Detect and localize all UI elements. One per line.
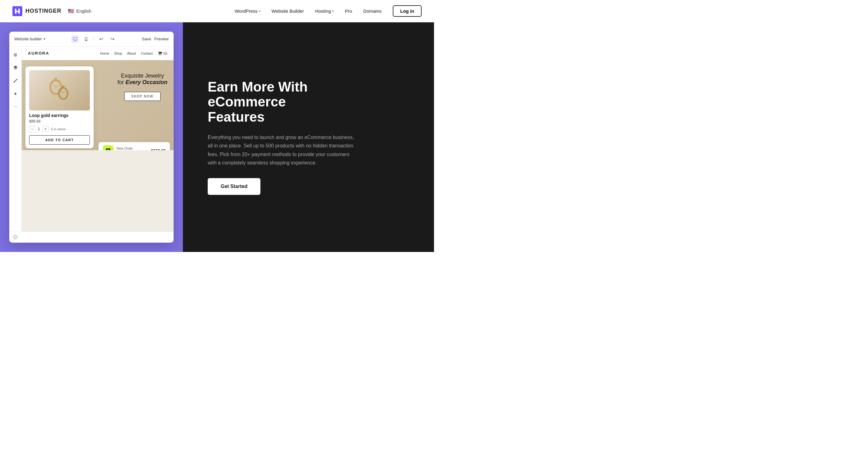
quantity-row: − 1 + 5 in stock [29, 126, 90, 132]
get-started-button[interactable]: Get Started [208, 178, 260, 195]
desktop-view-icon[interactable] [71, 35, 79, 43]
mobile-view-icon[interactable] [83, 35, 90, 43]
stock-label: 5 in stock [51, 127, 65, 131]
site-nav-links: Home Shop About Contact (0) [100, 51, 167, 56]
svg-point-5 [13, 235, 17, 239]
site-nav-about[interactable]: About [127, 52, 136, 55]
earring-illustration [47, 73, 72, 107]
builder-canvas: AURORA Home Shop About Contact (0) [22, 47, 174, 231]
chevron-down-icon: ▾ [44, 37, 45, 41]
right-heading: Earn More With eCommerce Features [208, 80, 356, 124]
order-amount: $159.99 [151, 148, 165, 150]
chevron-down-icon: ▾ [259, 9, 260, 13]
hero-text: Exquisite Jewelry for Every Occasion SHO… [118, 73, 167, 101]
order-info: New Order #165422 [117, 146, 151, 150]
logo[interactable]: HOSTINGER [12, 6, 61, 16]
builder-toolbar-actions: Save Preview [142, 37, 168, 41]
svg-point-3 [59, 88, 68, 99]
undo-icon[interactable]: ↩ [98, 35, 105, 43]
site-brand: AURORA [28, 51, 49, 56]
logo-text: HOSTINGER [25, 8, 61, 14]
order-notification: New Order #165422 $159.99 [99, 142, 170, 150]
svg-point-4 [62, 86, 64, 88]
hostinger-logo-icon [12, 6, 22, 16]
site-nav-home[interactable]: Home [100, 52, 109, 55]
svg-point-2 [55, 78, 57, 80]
redo-icon[interactable]: ↪ [109, 35, 116, 43]
order-icon [103, 145, 114, 150]
site-nav: AURORA Home Shop About Contact (0) [22, 47, 174, 60]
layers-icon[interactable] [11, 63, 20, 72]
left-panel: Website builder ▾ ↩ ↪ Save Previe [0, 22, 183, 252]
qty-decrease[interactable]: − [29, 126, 35, 132]
nav-pro[interactable]: Pro [345, 8, 352, 13]
flag-icon: 🇺🇸 [68, 9, 74, 13]
builder-bottom-bar [9, 231, 174, 242]
order-label: New Order [117, 146, 151, 150]
more-icon[interactable]: ··· [11, 103, 20, 111]
bottom-bar-icon[interactable] [13, 235, 18, 240]
nav-hosting[interactable]: Hosting ▾ [315, 8, 334, 13]
right-panel: Earn More With eCommerce Features Everyt… [183, 22, 434, 252]
builder-toolbar-label[interactable]: Website builder ▾ [14, 37, 45, 41]
header-left: HOSTINGER 🇺🇸 English [12, 6, 91, 16]
cart-icon-wrapper[interactable]: (0) [158, 51, 167, 56]
login-button[interactable]: Log in [393, 5, 422, 17]
product-card: Loop gold earrings $89.99 − 1 + 5 in sto… [25, 66, 94, 148]
paint-icon[interactable] [11, 76, 20, 85]
nav-domains[interactable]: Domains [363, 8, 382, 13]
add-element-icon[interactable]: ⊕ [11, 50, 20, 59]
builder-toolbar-center: ↩ ↪ [71, 35, 116, 43]
preview-button[interactable]: Preview [154, 37, 168, 41]
order-header: New Order #165422 $159.99 [103, 145, 165, 150]
product-name: Loop gold earrings [29, 113, 90, 118]
main-section: Website builder ▾ ↩ ↪ Save Previe [0, 22, 434, 252]
builder-body: ⊕ ✦ ··· AURORA Home [9, 47, 174, 231]
hero-area: Loop gold earrings $89.99 − 1 + 5 in sto… [22, 60, 174, 150]
site-nav-shop[interactable]: Shop [114, 52, 122, 55]
cart-count: (0) [163, 52, 167, 55]
product-price: $89.99 [29, 119, 90, 123]
chevron-down-icon: ▾ [332, 9, 334, 13]
nav-wordpress[interactable]: WordPress ▾ [235, 8, 260, 13]
qty-increase[interactable]: + [42, 126, 49, 132]
builder-sidebar: ⊕ ✦ ··· [9, 47, 22, 231]
header: HOSTINGER 🇺🇸 English WordPress ▾ Website… [0, 0, 434, 22]
add-to-cart-button[interactable]: ADD TO CART [29, 135, 90, 145]
divider [94, 37, 94, 41]
builder-toolbar: Website builder ▾ ↩ ↪ Save Previe [9, 32, 174, 47]
product-image [29, 70, 90, 111]
hero-title: Exquisite Jewelry for Every Occasion [118, 73, 167, 86]
right-content: Earn More With eCommerce Features Everyt… [208, 80, 356, 195]
language-selector[interactable]: 🇺🇸 English [68, 8, 91, 13]
save-button[interactable]: Save [142, 37, 151, 41]
main-nav: WordPress ▾ Website Builder Hosting ▾ Pr… [235, 5, 422, 17]
builder-mockup: Website builder ▾ ↩ ↪ Save Previe [9, 32, 174, 242]
shop-now-button[interactable]: SHOP NOW [124, 92, 161, 101]
language-label: English [76, 8, 91, 13]
quantity-value: 1 [38, 127, 40, 131]
magic-icon[interactable]: ✦ [11, 89, 20, 98]
right-description: Everything you need to launch and grow a… [208, 133, 356, 167]
site-nav-contact[interactable]: Contact [141, 52, 153, 55]
nav-website-builder[interactable]: Website Builder [272, 8, 304, 13]
